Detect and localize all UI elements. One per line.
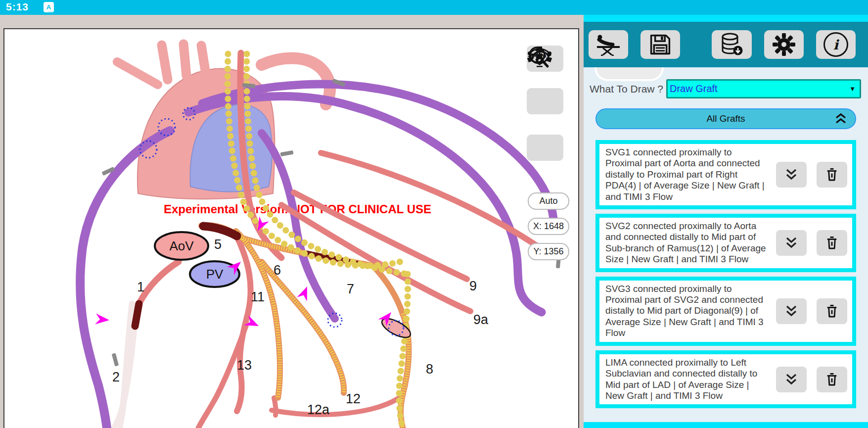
expand-chevrons-icon bbox=[784, 304, 799, 318]
expand-graft-button[interactable] bbox=[776, 162, 807, 188]
trash-icon bbox=[825, 167, 839, 182]
vessel-number: 9 bbox=[469, 279, 477, 293]
graft-list: SVG1 connected proximally to Proximal pa… bbox=[584, 140, 868, 408]
svg-text:PV: PV bbox=[206, 267, 224, 282]
vessel-number: 5 bbox=[214, 237, 222, 252]
status-bar: 5:13 A ... bbox=[0, 0, 868, 15]
graft-card: LIMA connected proximally to Left Subcla… bbox=[595, 350, 856, 409]
cursor-y-pill: Y: 1356 bbox=[528, 243, 569, 260]
graft-description: SVG3 connected proximally to Proximal pa… bbox=[605, 284, 770, 339]
panel-body: What To Draw ? Draw Graft ▼ All Grafts S… bbox=[584, 67, 868, 422]
bezier-pen-tool-button[interactable] bbox=[527, 88, 563, 114]
app-notification-icon: A ... bbox=[44, 2, 54, 12]
trash-icon bbox=[825, 304, 839, 319]
vessel-number: 9a bbox=[473, 312, 489, 327]
pan-zoom-button[interactable] bbox=[527, 135, 563, 161]
pan-zoom-icon bbox=[527, 46, 550, 68]
anatomy-canvas[interactable]: Experimental Version: NOT FOR CLINICAL U… bbox=[3, 28, 579, 428]
great-vessels bbox=[117, 44, 330, 199]
collapse-chevrons-icon bbox=[834, 113, 847, 125]
database-download-icon bbox=[720, 32, 744, 57]
vessel-number: 12a bbox=[307, 402, 330, 417]
delete-graft-button[interactable] bbox=[817, 162, 847, 188]
vessel-number: 12 bbox=[346, 391, 361, 406]
expand-chevrons-icon bbox=[784, 168, 799, 182]
vessel-number: 2 bbox=[112, 370, 120, 384]
graft-description: LIMA connected proximally to Left Subcla… bbox=[605, 357, 770, 402]
graft-description: SVG2 connected proximally to Aorta and c… bbox=[605, 221, 770, 265]
svg-text:AoV: AoV bbox=[169, 238, 194, 253]
heart-illustration: Experimental Version: NOT FOR CLINICAL U… bbox=[4, 29, 578, 428]
lesion-arrow bbox=[297, 285, 312, 301]
vessel-number: 1 bbox=[137, 280, 144, 294]
info-button[interactable]: i bbox=[816, 30, 856, 59]
settings-button[interactable] bbox=[764, 30, 804, 59]
graft-card: SVG3 connected proximally to Proximal pa… bbox=[595, 277, 856, 346]
panel-toolbar: i bbox=[584, 22, 868, 67]
save-floppy-icon bbox=[649, 33, 672, 56]
clip bbox=[112, 353, 119, 366]
vessel-number: 13 bbox=[237, 358, 252, 373]
clock: 5:13 bbox=[6, 1, 29, 13]
vessel-number: 8 bbox=[426, 362, 433, 377]
clip bbox=[280, 150, 294, 156]
expand-chevrons-icon bbox=[784, 373, 799, 386]
draw-mode-value: Draw Graft bbox=[670, 83, 718, 95]
delete-graft-button[interactable] bbox=[817, 298, 847, 324]
trash-icon bbox=[825, 372, 839, 387]
control-panel: i What To Draw ? Draw Graft ▼ All Grafts… bbox=[584, 15, 868, 428]
canvas-side-tools: Auto Auto X: 1648 Y: bbox=[527, 46, 563, 268]
database-download-button[interactable] bbox=[712, 30, 751, 59]
draw-mode-select[interactable]: Draw Graft ▼ bbox=[666, 79, 861, 98]
vessel-number: 7 bbox=[347, 282, 354, 296]
expand-chevrons-icon bbox=[784, 236, 799, 250]
graft-card: SVG2 connected proximally to Aorta and c… bbox=[595, 214, 856, 272]
vessel-number: 6 bbox=[274, 263, 281, 278]
trash-icon bbox=[825, 236, 839, 250]
valve-labels: AoV PV bbox=[155, 232, 239, 287]
save-button[interactable] bbox=[640, 30, 680, 59]
what-to-draw-label: What To Draw ? bbox=[590, 83, 663, 95]
lesion-arrow bbox=[95, 314, 110, 326]
select-dropdown-arrow-icon: ▼ bbox=[849, 85, 856, 93]
vessel-number: 11 bbox=[251, 289, 265, 304]
expand-graft-button[interactable] bbox=[776, 367, 807, 392]
patient-bed-icon bbox=[595, 33, 622, 56]
settings-gear-icon bbox=[772, 32, 796, 57]
graft-description: SVG1 connected proximally to Proximal pa… bbox=[605, 147, 770, 202]
cursor-x-pill: X: 1648 bbox=[528, 218, 569, 235]
delete-graft-button[interactable] bbox=[817, 230, 847, 256]
graft-card: SVG1 connected proximally to Proximal pa… bbox=[595, 140, 856, 209]
expand-graft-button[interactable] bbox=[776, 230, 807, 256]
patient-button[interactable] bbox=[589, 30, 628, 59]
delete-graft-button[interactable] bbox=[817, 367, 847, 392]
valve-label[interactable]: AoV bbox=[155, 232, 208, 260]
expand-graft-button[interactable] bbox=[776, 298, 807, 324]
all-grafts-button[interactable]: All Grafts bbox=[595, 108, 856, 129]
auto-mode-pill[interactable]: Auto bbox=[528, 192, 569, 210]
info-icon: i bbox=[823, 32, 848, 57]
